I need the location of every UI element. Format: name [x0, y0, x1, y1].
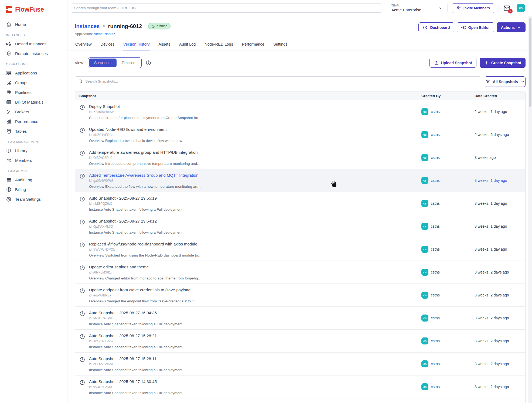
- snapshot-title[interactable]: Auto Snapshot - 2025-08-27 19:54:12: [89, 219, 182, 223]
- creator-avatar: cs: [421, 315, 428, 322]
- table-row[interactable]: Auto Snapshot - 2025-08-27 14:30:45 id: …: [75, 375, 525, 398]
- team-settings-icon: [6, 196, 12, 202]
- sidebar-item-label: Bill Of Materials: [15, 100, 43, 104]
- tab-node-red-logs[interactable]: Node-RED Logs: [204, 40, 234, 50]
- snapshot-description: Instance Auto Snapshot taken following a…: [89, 230, 182, 234]
- table-row[interactable]: Update editor settings and theme id: AlR…: [75, 261, 525, 284]
- info-icon[interactable]: [145, 60, 151, 66]
- date-created-cell: 3 weeks, 2 days ago: [475, 330, 525, 352]
- table-row[interactable]: Added Temperature Awareness Group and MQ…: [75, 169, 525, 192]
- snapshot-id: id: aKZPYvEDAn: [89, 133, 186, 137]
- scrollbar[interactable]: [528, 16, 532, 403]
- notifications-button[interactable]: 5: [503, 4, 511, 12]
- view-option-snapshots[interactable]: Snapshots: [89, 59, 117, 67]
- chevron-down-icon[interactable]: [439, 6, 443, 10]
- sidebar-item-home[interactable]: Home: [3, 20, 64, 29]
- actions-label: Actions: [501, 25, 515, 30]
- sidebar-item-brokers[interactable]: Brokers: [3, 107, 64, 116]
- snapshot-title[interactable]: Deploy Snapshot: [89, 104, 202, 109]
- table-row[interactable]: Add temperature awareness group and HTTP…: [75, 146, 525, 169]
- sidebar-item-library[interactable]: Library: [3, 146, 64, 155]
- sidebar-item-team-settings[interactable]: Team Settings: [3, 195, 64, 204]
- snapshot-texts: Auto Snapshot - 2025-08-27 19:55:19 id: …: [89, 196, 182, 215]
- team-selector[interactable]: TEAM: Acme Enterprise: [391, 4, 421, 12]
- sidebar-item-label: Brokers: [15, 110, 29, 114]
- sidebar-item-hosted-instances[interactable]: Hosted Instances: [3, 39, 64, 48]
- tab-version-history[interactable]: Version History: [123, 40, 150, 50]
- created-by-cell: cs cstns: [421, 330, 475, 352]
- tab-overview[interactable]: Overview: [75, 40, 92, 50]
- view-option-timeline[interactable]: Timeline: [117, 59, 141, 67]
- table-row[interactable]: Auto Snapshot - 2025-08-27 19:54:12 id: …: [75, 215, 525, 238]
- snapshot-cell: Add HTTP endpoint for saving credentials…: [75, 398, 421, 403]
- snapshot-title[interactable]: Added Temperature Awareness Group and MQ…: [89, 173, 201, 177]
- dashboard-button[interactable]: Dashboard: [418, 22, 454, 32]
- status-badge: running: [148, 23, 170, 29]
- table-row[interactable]: Auto Snapshot - 2025-08-27 19:55:19 id: …: [75, 192, 525, 215]
- table-row[interactable]: Updated Node-RED flows and environment i…: [75, 123, 525, 146]
- team-label: TEAM:: [391, 4, 421, 7]
- upload-snapshot-button[interactable]: Upload Snapshot: [429, 58, 476, 68]
- pie-chart-icon: [423, 25, 428, 30]
- table-row[interactable]: Add HTTP endpoint for saving credentials…: [75, 398, 525, 403]
- scrollbar-thumb[interactable]: [529, 18, 531, 107]
- table-row[interactable]: Auto Snapshot - 2025-08-27 16:04:35 id: …: [75, 307, 525, 330]
- clock-icon: [79, 196, 85, 202]
- application-link[interactable]: Acme Plantzz: [94, 32, 115, 36]
- breadcrumb-instances-link[interactable]: Instances: [75, 23, 100, 29]
- snapshot-title[interactable]: Replaced @flowfuse/node-red-dashboard wi…: [89, 242, 202, 246]
- clock-icon: [79, 127, 85, 133]
- sidebar-item-groups[interactable]: Groups: [3, 78, 64, 87]
- table-row[interactable]: Deploy Snapshot id: X3o6Bw1k9W Snapshot …: [75, 100, 525, 123]
- tab-audit-log[interactable]: Audit Log: [179, 40, 196, 50]
- divider: [67, 72, 532, 72]
- tab-settings[interactable]: Settings: [273, 40, 288, 50]
- snapshot-title[interactable]: Auto Snapshot - 2025-08-27 16:04:35: [89, 310, 182, 315]
- actions-button[interactable]: Actions: [497, 22, 526, 32]
- snapshot-title[interactable]: Updated Node-RED flows and environment: [89, 127, 186, 132]
- date-created-cell: 3 weeks, 2 days ago: [475, 284, 525, 306]
- snapshot-texts: Update editor settings and theme id: AlR…: [89, 265, 202, 284]
- snapshot-cell: Update editor settings and theme id: AlR…: [75, 261, 421, 284]
- notification-count-badge: 5: [508, 9, 513, 13]
- snapshot-description: Instance Auto Snapshot taken following a…: [89, 207, 182, 211]
- table-row[interactable]: Auto Snapshot - 2025-08-27 15:28:21 id: …: [75, 330, 525, 353]
- sidebar-item-label: Members: [15, 158, 32, 163]
- sidebar-item-billing[interactable]: Billing: [3, 185, 64, 194]
- creator-name: cstns: [431, 270, 440, 274]
- open-editor-button[interactable]: Open Editor: [457, 22, 494, 32]
- snapshot-title[interactable]: Auto Snapshot - 2025-08-27 14:30:45: [89, 379, 182, 384]
- snapshot-title[interactable]: Auto Snapshot - 2025-08-27 19:55:19: [89, 196, 182, 200]
- snapshot-search-input[interactable]: [75, 76, 481, 86]
- sidebar-item-pipelines[interactable]: Pipelines: [3, 88, 64, 97]
- tab-assets[interactable]: Assets: [158, 40, 171, 50]
- tab-performance[interactable]: Performance: [241, 40, 265, 50]
- sidebar-item-audit-log[interactable]: Audit Log: [3, 175, 64, 184]
- invite-members-button[interactable]: Invite Members: [452, 3, 494, 13]
- snapshot-title[interactable]: Update editor settings and theme: [89, 265, 202, 269]
- sidebar-item-remote-instances[interactable]: Remote Instances: [3, 49, 64, 58]
- user-plus-icon: [456, 6, 461, 11]
- create-snapshot-button[interactable]: Create Snapshot: [480, 58, 526, 68]
- snapshot-title[interactable]: Add temperature awareness group and HTTP…: [89, 150, 200, 155]
- table-row[interactable]: Replaced @flowfuse/node-red-dashboard wi…: [75, 238, 525, 261]
- sidebar-item-applications[interactable]: Applications: [3, 69, 64, 77]
- snapshot-title[interactable]: Update endpoint from /save-credentials t…: [89, 288, 197, 292]
- sidebar-item-bill-of-materials[interactable]: Bill Of Materials: [3, 98, 64, 107]
- sidebar-item-label: Performance: [15, 119, 38, 124]
- flowfuse-logo[interactable]: FlowFuse: [0, 0, 67, 15]
- table-row[interactable]: Auto Snapshot - 2025-08-27 15:28:11 id: …: [75, 353, 525, 375]
- sidebar-item-tables[interactable]: Tables: [3, 127, 64, 136]
- sidebar-item-performance[interactable]: Performance: [3, 117, 64, 126]
- team-search-input[interactable]: [71, 4, 382, 13]
- snapshot-cell: Auto Snapshot - 2025-08-27 16:04:35 id: …: [75, 307, 421, 329]
- snapshot-title[interactable]: Auto Snapshot - 2025-08-27 15:28:11: [89, 356, 182, 361]
- table-row[interactable]: Update endpoint from /save-credentials t…: [75, 284, 525, 307]
- sidebar-item-members[interactable]: Members: [3, 156, 64, 165]
- instance-name: running-6012: [108, 23, 142, 29]
- tab-devices[interactable]: Devices: [100, 40, 115, 50]
- user-avatar[interactable]: cs: [517, 4, 525, 12]
- snapshot-filter-dropdown[interactable]: All Snapshots: [485, 76, 526, 87]
- snapshot-title[interactable]: Auto Snapshot - 2025-08-27 15:28:21: [89, 333, 182, 338]
- creator-name: cstns: [431, 293, 440, 297]
